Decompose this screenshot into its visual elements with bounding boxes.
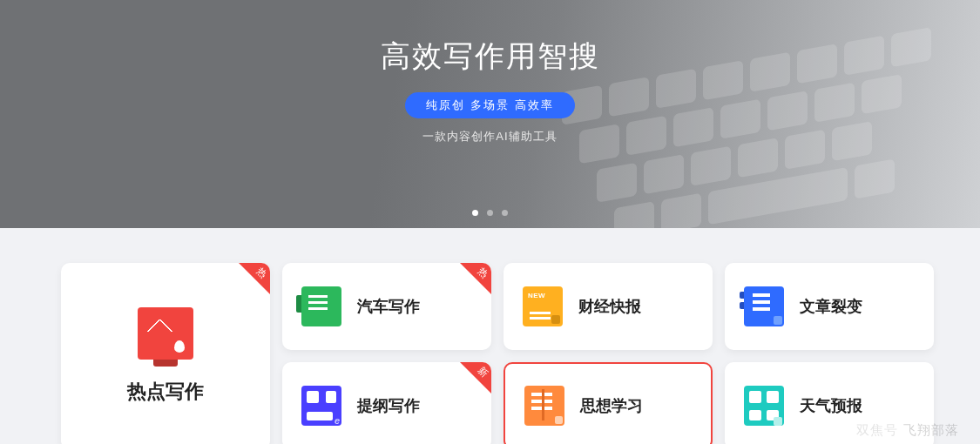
badge-new: 新 bbox=[460, 362, 491, 394]
hero-tagline-pill: 纯原创 多场景 高效率 bbox=[405, 92, 574, 118]
card-title: 天气预报 bbox=[800, 395, 862, 416]
carousel-dot-2[interactable] bbox=[487, 210, 493, 216]
card-title: 提纲写作 bbox=[357, 395, 420, 416]
card-title: 文章裂变 bbox=[800, 296, 862, 317]
document-blue-icon bbox=[744, 286, 784, 326]
hero-title: 高效写作用智搜 bbox=[0, 37, 980, 77]
card-title: 思想学习 bbox=[580, 395, 643, 416]
hero-subtitle: 一款内容创作AI辅助工具 bbox=[0, 129, 980, 145]
card-thought-study[interactable]: 思想学习 bbox=[504, 362, 713, 444]
carousel-dot-1[interactable] bbox=[472, 210, 478, 216]
card-finance-news[interactable]: 财经快报 bbox=[504, 263, 713, 350]
hero-banner: 高效写作用智搜 纯原创 多场景 高效率 一款内容创作AI辅助工具 bbox=[0, 0, 980, 228]
card-title: 热点写作 bbox=[127, 379, 204, 405]
badge-hot: 热 bbox=[460, 263, 491, 294]
watermark: 双焦号飞翔部落 bbox=[856, 422, 959, 439]
document-green-icon bbox=[301, 286, 341, 326]
layout-purple-icon: e bbox=[301, 386, 341, 426]
badge-hot: 热 bbox=[239, 263, 270, 294]
news-yellow-icon bbox=[523, 286, 563, 326]
chart-monitor-icon bbox=[138, 307, 193, 360]
card-car-writing[interactable]: 热 汽车写作 bbox=[282, 263, 491, 350]
card-title: 汽车写作 bbox=[357, 296, 420, 317]
card-outline-writing[interactable]: 新 e 提纲写作 bbox=[282, 362, 491, 444]
card-hot-writing[interactable]: 热 热点写作 bbox=[61, 263, 270, 444]
carousel-dot-3[interactable] bbox=[502, 210, 508, 216]
card-grid: 热 热点写作 热 汽车写作 财经快报 文章裂变 新 e 提纲写作 思想学习 天气… bbox=[0, 228, 980, 444]
card-title: 财经快报 bbox=[578, 296, 641, 317]
grid-teal-icon bbox=[744, 386, 784, 426]
card-article-split[interactable]: 文章裂变 bbox=[725, 263, 934, 350]
carousel-dots[interactable] bbox=[0, 210, 980, 216]
book-orange-icon bbox=[524, 386, 564, 426]
